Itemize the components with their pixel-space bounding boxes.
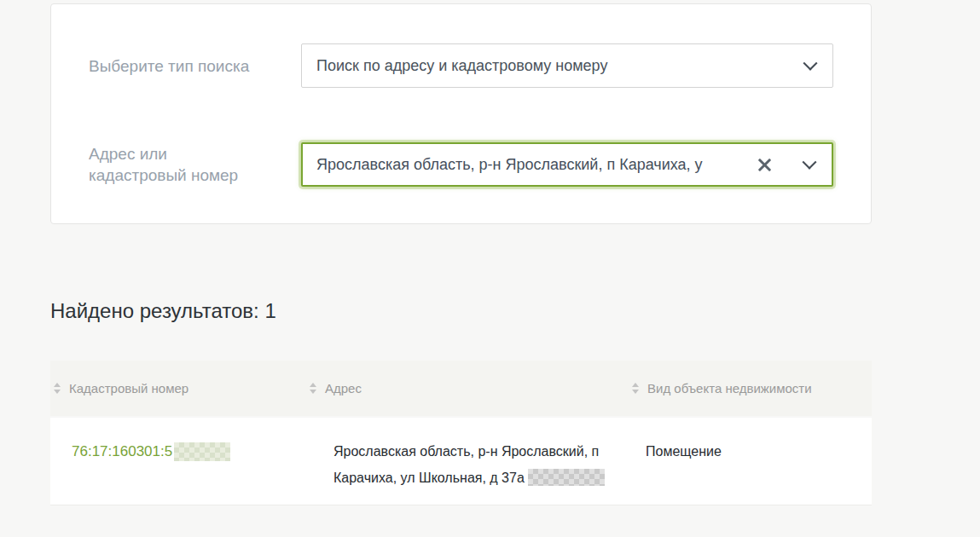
column-header-address[interactable]: Адрес [306,381,629,396]
search-type-row: Выберите тип поиска Поиск по адресу и ка… [51,43,871,88]
column-header-label: Кадастровый номер [69,381,188,396]
address-row: Адрес или кадастровый номер Ярославская … [51,142,871,187]
address-label: Адрес или кадастровый номер [51,143,301,186]
column-header-label: Вид объекта недвижимости [647,381,812,396]
results-table: Кадастровый номер Адрес Вид объекта недв… [50,361,872,505]
search-type-select[interactable]: Поиск по адресу и кадастровому номеру [301,43,833,88]
column-header-cadastral-number[interactable]: Кадастровый номер [50,381,306,396]
sort-icon [632,383,639,394]
column-header-object-type[interactable]: Вид объекта недвижимости [629,381,872,396]
address-input-value: Ярославская область, р-н Ярославский, п … [316,156,757,174]
redacted-block [174,442,230,461]
sort-icon [54,383,61,394]
address-text-wrap: Ярославская область, р-н Ярославский, п … [333,438,615,491]
cell-object-type: Помещение [629,418,872,505]
cell-cadastral-number: 76:17:160301:5 [50,418,306,505]
column-header-label: Адрес [325,381,362,396]
cadastral-number-text: 76:17:160301:5 [72,438,172,465]
clear-icon[interactable] [757,158,772,172]
results-table-header: Кадастровый номер Адрес Вид объекта недв… [50,361,872,416]
search-panel: Выберите тип поиска Поиск по адресу и ка… [50,3,872,224]
redacted-block [528,469,605,486]
cadastral-number-link[interactable]: 76:17:160301:5 [72,438,230,465]
cell-address: Ярославская область, р-н Ярославский, п … [306,418,629,505]
object-type-text: Помещение [646,444,722,459]
search-type-selected-value: Поиск по адресу и кадастровому номеру [316,57,805,75]
search-type-label: Выберите тип поиска [51,55,301,77]
table-row: 76:17:160301:5 Ярославская область, р-н … [50,418,872,505]
results-count-heading: Найдено результатов: 1 [50,299,276,323]
chevron-down-icon [803,56,818,71]
address-input[interactable]: Ярославская область, р-н Ярославский, п … [301,142,833,187]
sort-icon [310,383,316,394]
chevron-down-icon [803,155,817,170]
